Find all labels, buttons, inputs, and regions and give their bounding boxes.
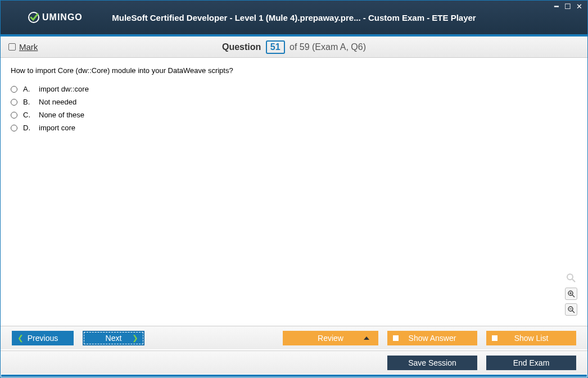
logo-text: UMINGO: [42, 12, 83, 22]
option-row[interactable]: D.import core: [11, 124, 577, 132]
next-label: Next: [106, 334, 122, 343]
show-list-label: Show List: [514, 334, 549, 343]
review-label: Review: [318, 334, 343, 343]
triangle-up-icon: [364, 336, 369, 340]
save-session-button[interactable]: Save Session: [387, 356, 477, 370]
question-info-bar: Mark Question 51 of 59 (Exam A, Q6): [1, 37, 587, 58]
options-list: A.import dw::coreB.Not neededC.None of t…: [11, 85, 577, 132]
svg-line-2: [572, 279, 575, 282]
option-text: Not needed: [39, 98, 76, 106]
save-session-label: Save Session: [408, 358, 456, 367]
option-letter: C.: [23, 111, 33, 119]
chevron-left-icon: ❮: [17, 334, 24, 342]
checkmark-logo-icon: [28, 11, 40, 24]
svg-point-1: [567, 274, 573, 280]
bottom-border: [1, 375, 587, 377]
option-letter: A.: [23, 85, 33, 93]
option-radio[interactable]: [11, 125, 17, 131]
zoom-out-button[interactable]: [565, 303, 577, 316]
option-row[interactable]: C.None of these: [11, 111, 577, 119]
current-question-number: 51: [266, 40, 285, 54]
checkbox-icon: [393, 335, 399, 341]
show-answer-label: Show Answer: [409, 334, 456, 343]
end-exam-label: End Exam: [513, 358, 550, 367]
title-bar: UMINGO MuleSoft Certified Developer - Le…: [1, 1, 587, 34]
svg-line-4: [572, 295, 575, 297]
next-button[interactable]: Next ❯: [83, 331, 144, 345]
checkbox-icon: [492, 335, 497, 341]
option-letter: D.: [23, 124, 33, 132]
total-questions-text: of 59 (Exam A, Q6): [290, 42, 366, 52]
option-text: None of these: [39, 111, 84, 119]
minimize-button[interactable]: ━: [551, 2, 562, 11]
question-text: How to import Core (dw::Core) module int…: [11, 66, 577, 75]
chevron-right-icon: ❯: [132, 334, 138, 342]
window-title: MuleSoft Certified Developer - Level 1 (…: [1, 13, 587, 22]
option-radio[interactable]: [11, 99, 17, 106]
end-exam-button[interactable]: End Exam: [486, 356, 576, 370]
zoom-tools: [565, 272, 577, 316]
option-text: import dw::core: [39, 85, 89, 93]
action-bar: Save Session End Exam: [1, 350, 587, 374]
option-text: import core: [39, 124, 75, 132]
previous-label: Previous: [28, 334, 58, 343]
review-button[interactable]: Review: [283, 331, 378, 345]
app-logo: UMINGO: [28, 11, 83, 24]
mark-control[interactable]: Mark: [8, 42, 38, 52]
option-radio[interactable]: [11, 112, 17, 119]
show-list-button[interactable]: Show List: [486, 331, 576, 345]
mark-checkbox[interactable]: [8, 43, 16, 51]
question-word: Question: [222, 42, 261, 52]
previous-button[interactable]: ❮ Previous: [12, 331, 74, 345]
search-icon[interactable]: [565, 272, 577, 284]
mark-label[interactable]: Mark: [19, 42, 38, 52]
navigation-bar: ❮ Previous Next ❯ Review Show Answer Sho…: [1, 326, 587, 349]
option-row[interactable]: B.Not needed: [11, 98, 577, 106]
question-content: How to import Core (dw::Core) module int…: [6, 58, 582, 321]
show-answer-button[interactable]: Show Answer: [387, 331, 477, 345]
option-row[interactable]: A.import dw::core: [11, 85, 577, 93]
window-controls: ━ ☐ ✕: [551, 2, 584, 11]
svg-line-8: [572, 311, 575, 313]
option-radio[interactable]: [11, 86, 17, 93]
zoom-in-button[interactable]: [565, 288, 577, 300]
close-button[interactable]: ✕: [574, 2, 584, 11]
maximize-button[interactable]: ☐: [563, 2, 573, 11]
option-letter: B.: [23, 98, 33, 106]
question-position: Question 51 of 59 (Exam A, Q6): [1, 40, 587, 54]
